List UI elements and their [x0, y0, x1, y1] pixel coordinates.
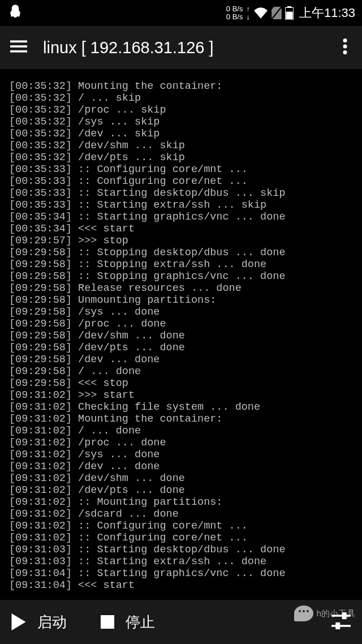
- terminal-line: [09:31:02] Checking file system ... done: [9, 401, 353, 413]
- terminal-line: [09:31:02] / ... done: [9, 425, 353, 437]
- battery-icon: [285, 6, 294, 20]
- terminal-line: [00:35:32] / ... skip: [9, 92, 353, 104]
- watermark-text: h的小工具: [317, 608, 355, 619]
- terminal-line: [09:31:02] :: Configuring core/mnt ...: [9, 520, 353, 532]
- terminal-line: [09:31:04] <<< start: [9, 579, 353, 591]
- terminal-line: [09:29:58] :: Stopping desktop/dbus ... …: [9, 247, 353, 259]
- terminal-line: [00:35:32] Mounting the container:: [9, 80, 353, 92]
- play-icon: [11, 613, 26, 630]
- terminal-line: [00:35:32] /dev/pts ... skip: [9, 152, 353, 164]
- terminal-line: [09:29:58] / ... done: [9, 366, 353, 377]
- clock: 上午11:33: [299, 5, 355, 22]
- terminal-line: [00:35:32] /sys ... skip: [9, 116, 353, 128]
- status-left: [7, 3, 24, 23]
- terminal-line: [00:35:33] :: Starting extra/ssh ... ski…: [9, 199, 353, 211]
- terminal-line: [09:29:58] <<< stop: [9, 377, 353, 389]
- terminal-line: [09:31:04] :: Starting graphics/vnc ... …: [9, 568, 353, 579]
- terminal-line: [00:35:33] :: Starting desktop/dbus ... …: [9, 187, 353, 199]
- svg-point-8: [343, 45, 347, 49]
- terminal-line: [09:31:02] :: Mounting partitions:: [9, 496, 353, 508]
- svg-rect-10: [101, 615, 114, 629]
- terminal-line: [09:29:58] :: Stopping extra/ssh ... don…: [9, 259, 353, 271]
- terminal-line: [09:31:02] /sdcard ... done: [9, 508, 353, 520]
- terminal-line: [00:35:32] /dev ... skip: [9, 128, 353, 140]
- terminal-output[interactable]: [00:35:32] Mounting the container:[00:35…: [0, 69, 362, 600]
- terminal-line: [09:29:58] /dev/shm ... done: [9, 330, 353, 342]
- terminal-line: [09:29:58] /sys ... done: [9, 306, 353, 318]
- no-sim-icon: [272, 7, 282, 19]
- terminal-line: [09:31:02] /proc ... done: [9, 437, 353, 449]
- app-bar: linux [ 192.168.31.126 ]: [0, 26, 362, 69]
- network-speed: 0 B/s 0 B/s: [226, 5, 243, 21]
- qq-penguin-icon: [7, 3, 24, 23]
- status-bar: 0 B/s 0 B/s ↑↓ 上午11:33: [0, 0, 362, 26]
- wechat-icon: [294, 606, 313, 621]
- svg-point-9: [343, 50, 347, 54]
- terminal-line: [09:31:03] :: Starting extra/ssh ... don…: [9, 556, 353, 568]
- terminal-line: [09:29:58] :: Stopping graphics/vnc ... …: [9, 271, 353, 282]
- terminal-line: [09:29:58] Release resources ... done: [9, 282, 353, 294]
- terminal-line: [00:35:33] :: Configuring core/mnt ...: [9, 164, 353, 175]
- terminal-line: [09:29:58] Unmounting partitions:: [9, 294, 353, 306]
- stop-button[interactable]: 停止: [101, 612, 155, 632]
- net-down: 0 B/s: [226, 5, 243, 13]
- svg-rect-3: [286, 12, 292, 19]
- stop-icon: [101, 615, 114, 629]
- terminal-line: [09:29:58] /proc ... done: [9, 318, 353, 330]
- svg-point-7: [343, 38, 347, 42]
- terminal-line: [00:35:33] :: Configuring core/net ...: [9, 175, 353, 187]
- start-label: 启动: [37, 612, 67, 632]
- more-vert-icon[interactable]: [338, 38, 352, 57]
- start-button[interactable]: 启动: [11, 612, 67, 632]
- svg-rect-14: [337, 624, 339, 629]
- terminal-line: [09:29:57] >>> stop: [9, 235, 353, 247]
- terminal-line: [09:31:02] >>> start: [9, 389, 353, 401]
- app-title: linux [ 192.168.31.126 ]: [43, 38, 322, 57]
- terminal-line: [09:31:03] :: Starting desktop/dbus ... …: [9, 544, 353, 556]
- terminal-line: [00:35:32] /dev/shm ... skip: [9, 140, 353, 152]
- status-right: 0 B/s 0 B/s ↑↓ 上午11:33: [226, 5, 355, 22]
- terminal-line: [00:35:34] <<< start: [9, 223, 353, 235]
- terminal-line: [09:29:58] /dev ... done: [9, 354, 353, 366]
- terminal-line: [09:31:02] /dev/shm ... done: [9, 473, 353, 484]
- terminal-line: [09:31:02] Mounting the container:: [9, 413, 353, 425]
- terminal-line: [09:31:02] /dev ... done: [9, 461, 353, 473]
- terminal-line: [09:31:02] /sys ... done: [9, 449, 353, 461]
- net-up: 0 B/s: [226, 13, 243, 21]
- terminal-line: [09:31:02] :: Configuring core/net ...: [9, 532, 353, 544]
- watermark: h的小工具: [294, 606, 355, 621]
- terminal-line: [00:35:32] /proc ... skip: [9, 104, 353, 116]
- terminal-line: [00:35:34] :: Starting graphics/vnc ... …: [9, 211, 353, 223]
- stop-label: 停止: [126, 612, 155, 632]
- wifi-icon: [253, 7, 268, 19]
- svg-rect-2: [287, 6, 291, 7]
- net-arrows-icon: ↑↓: [246, 5, 250, 21]
- terminal-line: [09:29:58] /dev/pts ... done: [9, 342, 353, 354]
- hamburger-menu-icon[interactable]: [10, 40, 27, 55]
- terminal-line: [09:31:02] /dev/pts ... done: [9, 484, 353, 496]
